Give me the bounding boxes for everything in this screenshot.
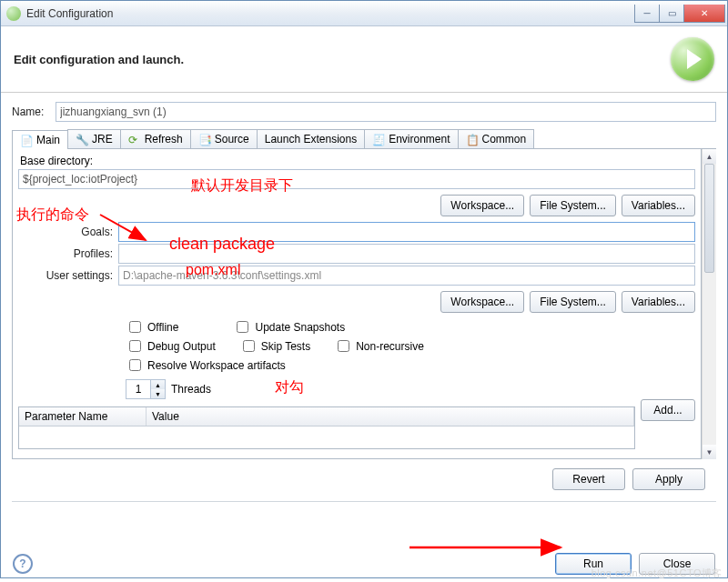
- profiles-label: Profiles:: [18, 247, 118, 260]
- maximize-button[interactable]: ▭: [659, 5, 684, 23]
- spinner-up-icon[interactable]: ▲: [151, 380, 165, 389]
- non-recursive-checkbox[interactable]: Non-recursive: [334, 337, 424, 355]
- scroll-down-icon[interactable]: ▼: [703, 445, 716, 459]
- tab-common[interactable]: 📋Common: [458, 129, 535, 148]
- window-title: Edit Configuration: [26, 7, 635, 20]
- environment-tab-icon: 🧾: [372, 134, 385, 145]
- title-bar: Edit Configuration ─ ▭ ✕: [1, 1, 727, 26]
- minimize-button[interactable]: ─: [634, 5, 660, 23]
- usersettings-label: User settings:: [18, 269, 118, 282]
- main-tab-icon: 📄: [20, 135, 33, 146]
- usersettings-workspace-button[interactable]: Workspace...: [440, 291, 524, 313]
- threads-spinner[interactable]: 1 ▲▼: [126, 379, 166, 399]
- update-snapshots-checkbox[interactable]: Update Snapshots: [233, 318, 345, 336]
- run-button[interactable]: Run: [555, 553, 632, 575]
- apply-button[interactable]: Apply: [632, 468, 705, 490]
- main-panel: Base directory: Workspace... File System…: [12, 149, 702, 459]
- goals-input[interactable]: [118, 222, 695, 242]
- basedir-variables-button[interactable]: Variables...: [622, 195, 695, 216]
- add-button[interactable]: Add...: [641, 399, 695, 421]
- run-icon: [671, 37, 714, 81]
- source-tab-icon: 📑: [198, 134, 211, 145]
- common-tab-icon: 📋: [466, 134, 479, 145]
- help-icon[interactable]: ?: [13, 554, 33, 574]
- usersettings-variables-button[interactable]: Variables...: [622, 291, 695, 313]
- jre-tab-icon: 🔧: [76, 134, 88, 145]
- table-body[interactable]: [19, 426, 634, 448]
- revert-button[interactable]: Revert: [552, 468, 625, 490]
- basedir-filesystem-button[interactable]: File System...: [530, 195, 616, 216]
- spinner-down-icon[interactable]: ▼: [151, 389, 165, 398]
- goals-label: Goals:: [18, 226, 118, 238]
- dialog-header: Edit configuration and launch.: [1, 26, 727, 93]
- tab-source[interactable]: 📑Source: [190, 129, 258, 148]
- resolve-workspace-checkbox[interactable]: Resolve Workspace artifacts: [126, 356, 286, 374]
- offline-checkbox[interactable]: Offline: [126, 318, 178, 336]
- parameters-table: Parameter Name Value: [18, 406, 635, 449]
- col-parameter-name[interactable]: Parameter Name: [19, 407, 147, 426]
- basedir-label: Base directory:: [20, 155, 695, 167]
- tab-environment[interactable]: 🧾Environment: [364, 129, 458, 148]
- dialog-title: Edit configuration and launch.: [14, 53, 671, 66]
- refresh-tab-icon: ⟳: [128, 134, 141, 145]
- scroll-thumb[interactable]: [704, 164, 714, 273]
- tab-main[interactable]: 📄Main: [12, 130, 68, 149]
- usersettings-filesystem-button[interactable]: File System...: [530, 291, 616, 313]
- skip-tests-checkbox[interactable]: Skip Tests: [239, 337, 310, 355]
- tab-refresh[interactable]: ⟳Refresh: [120, 129, 191, 148]
- name-input[interactable]: [56, 102, 716, 122]
- app-icon: [6, 6, 21, 21]
- tab-bar: 📄Main 🔧JRE ⟳Refresh 📑Source Launch Exten…: [12, 129, 716, 149]
- tab-launch-extensions[interactable]: Launch Extensions: [257, 129, 365, 148]
- usersettings-input[interactable]: [118, 266, 695, 286]
- basedir-input[interactable]: [18, 169, 695, 189]
- name-label: Name:: [12, 105, 56, 118]
- col-value[interactable]: Value: [147, 407, 634, 426]
- profiles-input[interactable]: [118, 244, 695, 264]
- debug-output-checkbox[interactable]: Debug Output: [126, 337, 216, 355]
- basedir-workspace-button[interactable]: Workspace...: [440, 195, 524, 216]
- panel-scrollbar[interactable]: ▲ ▼: [702, 149, 716, 459]
- window-close-button[interactable]: ✕: [683, 5, 725, 23]
- threads-label: Threads: [171, 383, 211, 396]
- tab-jre[interactable]: 🔧JRE: [67, 129, 121, 148]
- scroll-up-icon[interactable]: ▲: [703, 149, 716, 164]
- close-button[interactable]: Close: [639, 553, 715, 575]
